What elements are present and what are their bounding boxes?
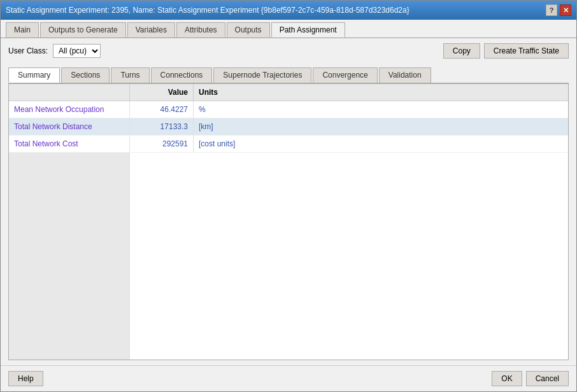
toolbar: User Class: All (pcu) Copy Create Traffi… (1, 38, 576, 64)
copy-button[interactable]: Copy (443, 43, 480, 59)
tab-variables[interactable]: Variables (127, 22, 175, 38)
toolbar-right: Copy Create Traffic State (443, 43, 569, 59)
main-tab-bar: Main Outputs to Generate Variables Attri… (1, 20, 576, 38)
tab-summary[interactable]: Summary (8, 67, 60, 83)
footer-right-buttons: OK Cancel (492, 371, 569, 386)
close-title-btn[interactable]: ✕ (560, 4, 571, 16)
cell-units-0: % (194, 101, 568, 118)
cell-label-0: Mean Network Occupation (9, 101, 130, 118)
table-header: Value Units (9, 84, 568, 101)
cell-label-2: Total Network Cost (9, 136, 130, 152)
header-value-col: Value (130, 84, 194, 101)
tab-attributes[interactable]: Attributes (176, 22, 225, 38)
table-row: Total Network Cost 292591 [cost units] (9, 136, 568, 153)
cell-label-1: Total Network Distance (9, 118, 130, 135)
cell-value-2: 292591 (130, 136, 194, 152)
create-traffic-state-button[interactable]: Create Traffic State (484, 43, 569, 59)
cancel-button[interactable]: Cancel (526, 371, 569, 386)
content-area: Summary Sections Turns Connections Super… (1, 64, 576, 365)
tab-main[interactable]: Main (6, 22, 39, 38)
main-window: Static Assignment Experiment: 2395, Name… (0, 0, 577, 392)
tab-convergence[interactable]: Convergence (313, 67, 377, 83)
footer: Help OK Cancel (1, 365, 576, 391)
user-class-label: User Class: (8, 46, 48, 55)
header-label-col (9, 84, 130, 101)
header-units-col: Units (194, 84, 568, 101)
cell-value-0: 46.4227 (130, 101, 194, 118)
cell-units-2: [cost units] (194, 136, 568, 152)
tab-path-assignment[interactable]: Path Assignment (271, 22, 345, 38)
tab-turns[interactable]: Turns (111, 67, 149, 83)
empty-label-column (9, 153, 130, 360)
tab-outputs[interactable]: Outputs (227, 22, 270, 38)
table-row: Mean Network Occupation 46.4227 % (9, 101, 568, 118)
tab-supernode-trajectories[interactable]: Supernode Trajectories (213, 67, 311, 83)
tab-validation[interactable]: Validation (379, 67, 431, 83)
table-row: Total Network Distance 17133.3 [km] (9, 118, 568, 136)
inner-tab-bar: Summary Sections Turns Connections Super… (8, 67, 569, 83)
help-title-btn[interactable]: ? (546, 4, 557, 16)
empty-rest-area (130, 153, 568, 360)
tab-connections[interactable]: Connections (151, 67, 213, 83)
tab-outputs-to-generate[interactable]: Outputs to Generate (40, 22, 126, 38)
cell-value-1: 17133.3 (130, 118, 194, 135)
window-title: Static Assignment Experiment: 2395, Name… (6, 6, 410, 15)
title-bar-buttons: ? ✕ (546, 4, 571, 16)
ok-button[interactable]: OK (492, 371, 522, 386)
user-class-select[interactable]: All (pcu) (53, 44, 101, 58)
summary-table: Value Units Mean Network Occupation 46.4… (8, 83, 569, 360)
tab-sections[interactable]: Sections (61, 67, 110, 83)
table-empty-area (9, 153, 568, 360)
cell-units-1: [km] (194, 118, 568, 135)
help-button[interactable]: Help (8, 371, 43, 386)
title-bar: Static Assignment Experiment: 2395, Name… (1, 1, 576, 20)
